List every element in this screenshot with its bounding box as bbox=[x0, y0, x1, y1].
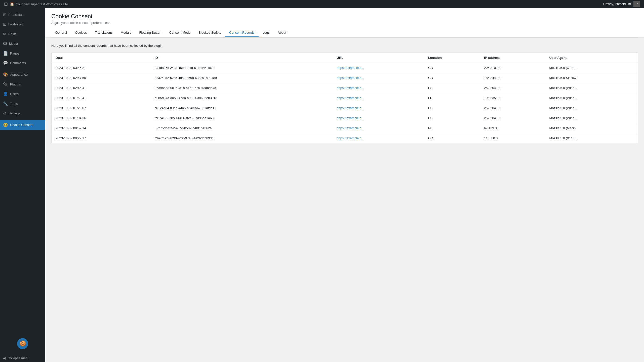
cell-location: GR bbox=[424, 133, 480, 143]
wp-logo-icon[interactable]: ⊞ bbox=[4, 1, 8, 7]
cell-date: 2023-10-02 03:46:21 bbox=[52, 63, 151, 73]
cell-location: GB bbox=[424, 63, 480, 73]
cell-location: FR bbox=[424, 93, 480, 103]
table-row: 2023-10-02 02:47:50 dc3252d2-52c5-48a2-a… bbox=[52, 73, 638, 83]
page-subtitle: Adjust your cookie consent preferences. bbox=[51, 21, 638, 25]
site-name[interactable]: Your new super fast WordPress site. bbox=[16, 2, 69, 6]
cell-user-agent: Mozilla/5.0 (Wind... bbox=[545, 103, 638, 113]
tab-consent-mode[interactable]: Consent Mode bbox=[165, 29, 195, 37]
cell-url[interactable]: https://example.c... bbox=[333, 133, 424, 143]
sidebar-item-pressidium[interactable]: ⊞ Pressidium bbox=[0, 10, 45, 20]
cell-user-agent: Mozilla/5.0 Slackw bbox=[545, 73, 638, 83]
cell-url[interactable]: https://example.c... bbox=[333, 83, 424, 93]
tab-cookies[interactable]: Cookies bbox=[71, 29, 91, 37]
sidebar-item-media[interactable]: 🖼 Media bbox=[0, 39, 45, 49]
sidebar-item-posts[interactable]: ✏ Posts bbox=[0, 29, 45, 39]
table-row: 2023-10-02 01:04:36 fb874152-7850-4436-8… bbox=[52, 113, 638, 123]
cell-location: ES bbox=[424, 83, 480, 93]
collapse-arrow-icon: ◀ bbox=[3, 356, 6, 360]
cell-id: 0639b6d3-0c95-4f1a-a1b2-77b943abde4c bbox=[151, 83, 333, 93]
tab-blocked-scripts[interactable]: Blocked Scripts bbox=[194, 29, 225, 37]
cell-ip: 205.210.0.0 bbox=[480, 63, 545, 73]
sidebar-item-comments[interactable]: 💬 Comments bbox=[0, 58, 45, 68]
cell-url[interactable]: https://example.c... bbox=[333, 113, 424, 123]
collapse-label: Collapse menu bbox=[8, 356, 29, 360]
cell-url[interactable]: https://example.c... bbox=[333, 63, 424, 73]
cell-url[interactable]: https://example.c... bbox=[333, 103, 424, 113]
cell-url[interactable]: https://example.c... bbox=[333, 93, 424, 103]
sidebar-item-label: Appearance bbox=[10, 72, 28, 77]
cell-user-agent: Mozilla/5.0 (Wind... bbox=[545, 83, 638, 93]
sidebar-item-label: Pages bbox=[10, 51, 19, 56]
tab-modals[interactable]: Modals bbox=[117, 29, 135, 37]
table: Date ID URL Location IP address User Age… bbox=[52, 53, 638, 143]
cell-date: 2023-10-02 02:47:50 bbox=[52, 73, 151, 83]
tab-general[interactable]: General bbox=[51, 29, 71, 37]
cell-id: 2a4d826c-24c8-45ea-befd-51b8c44cc62e bbox=[151, 63, 333, 73]
table-header-row: Date ID URL Location IP address User Age… bbox=[52, 53, 638, 63]
tab-consent-records[interactable]: Consent Records bbox=[225, 29, 258, 37]
sidebar: ⊞ Pressidium ⊡ Dashboard ✏ Posts 🖼 Media… bbox=[0, 8, 45, 362]
pages-icon: 📄 bbox=[3, 51, 8, 56]
home-icon: 🏠 bbox=[10, 2, 14, 6]
sidebar-item-plugins[interactable]: 🔌 Plugins bbox=[0, 80, 45, 89]
tools-icon: 🔧 bbox=[3, 101, 8, 107]
col-date: Date bbox=[52, 53, 151, 63]
content-body: Here you'll find all the consent records… bbox=[45, 38, 644, 149]
sidebar-item-label: Comments bbox=[10, 61, 26, 65]
sidebar-item-label: Media bbox=[9, 41, 18, 46]
user-greeting: Howdy, Pressidium bbox=[603, 2, 631, 6]
collapse-menu-button[interactable]: ◀ Collapse menu bbox=[0, 354, 45, 362]
table-row: 2023-10-02 00:29:17 c9a7c5cc-eb90-4cf6-9… bbox=[52, 133, 638, 143]
sidebar-item-settings[interactable]: ⚙ Settings bbox=[0, 109, 45, 118]
tab-logs[interactable]: Logs bbox=[259, 29, 274, 37]
users-icon: 👤 bbox=[3, 91, 8, 97]
settings-icon: ⚙ bbox=[3, 111, 7, 116]
tabs: General Cookies Translations Modals Floa… bbox=[51, 29, 638, 37]
sidebar-item-appearance[interactable]: 🎨 Appearance bbox=[0, 70, 45, 79]
col-user-agent: User Agent bbox=[545, 53, 638, 63]
cell-url[interactable]: https://example.c... bbox=[333, 123, 424, 133]
media-icon: 🖼 bbox=[3, 41, 7, 47]
cell-user-agent: Mozilla/5.0 (X11; L bbox=[545, 63, 638, 73]
cell-ip: 11.37.0.0 bbox=[480, 133, 545, 143]
pressidium-icon: ⊞ bbox=[3, 12, 6, 18]
sidebar-item-users[interactable]: 👤 Users bbox=[0, 89, 45, 99]
cell-id: c6124d34-89bd-44a5-b043-567961dfde11 bbox=[151, 103, 333, 113]
col-location: Location bbox=[424, 53, 480, 63]
cell-ip: 252.204.0.0 bbox=[480, 113, 545, 123]
sidebar-item-label: Tools bbox=[10, 102, 18, 106]
cell-location: ES bbox=[424, 103, 480, 113]
sidebar-item-dashboard[interactable]: ⊡ Dashboard bbox=[0, 20, 45, 29]
appearance-icon: 🎨 bbox=[3, 72, 8, 77]
user-avatar[interactable]: P bbox=[633, 1, 640, 7]
cell-date: 2023-10-02 00:29:17 bbox=[52, 133, 151, 143]
cell-location: GB bbox=[424, 73, 480, 83]
cell-id: dc3252d2-52c5-48a2-a598-63a391a90489 bbox=[151, 73, 333, 83]
cell-id: a085d37a-d058-4e3a-a982-038635eb3913 bbox=[151, 93, 333, 103]
tab-floating-button[interactable]: Floating Button bbox=[135, 29, 165, 37]
cell-date: 2023-10-02 01:23:07 bbox=[52, 103, 151, 113]
main-layout: ⊞ Pressidium ⊡ Dashboard ✏ Posts 🖼 Media… bbox=[0, 8, 644, 362]
cell-ip: 185.244.0.0 bbox=[480, 73, 545, 83]
cookie-avatar[interactable]: 🍪 bbox=[17, 338, 28, 349]
cell-url[interactable]: https://example.c... bbox=[333, 73, 424, 83]
cookie-consent-icon: 😊 bbox=[3, 122, 8, 128]
sidebar-item-cookie-consent[interactable]: 😊 Cookie Consent bbox=[0, 120, 45, 130]
table-row: 2023-10-02 00:57:14 62275ffd-f252-45bd-8… bbox=[52, 123, 638, 133]
cell-user-agent: Mozilla/5.0 (Wind... bbox=[545, 113, 638, 123]
cell-ip: 252.204.0.0 bbox=[480, 103, 545, 113]
consent-records-table: Date ID URL Location IP address User Age… bbox=[51, 53, 638, 143]
comments-icon: 💬 bbox=[3, 60, 8, 66]
posts-icon: ✏ bbox=[3, 31, 6, 37]
tab-translations[interactable]: Translations bbox=[91, 29, 116, 37]
col-ip: IP address bbox=[480, 53, 545, 63]
table-row: 2023-10-02 02:45:41 0639b6d3-0c95-4f1a-a… bbox=[52, 83, 638, 93]
sidebar-item-label: Settings bbox=[9, 111, 20, 116]
top-bar-right: Howdy, Pressidium P bbox=[603, 1, 640, 7]
cell-ip: 196.235.0.0 bbox=[480, 93, 545, 103]
cell-id: fb874152-7850-4436-82f5-87d96da1a669 bbox=[151, 113, 333, 123]
sidebar-item-tools[interactable]: 🔧 Tools bbox=[0, 99, 45, 109]
tab-about[interactable]: About bbox=[274, 29, 290, 37]
sidebar-item-pages[interactable]: 📄 Pages bbox=[0, 49, 45, 58]
